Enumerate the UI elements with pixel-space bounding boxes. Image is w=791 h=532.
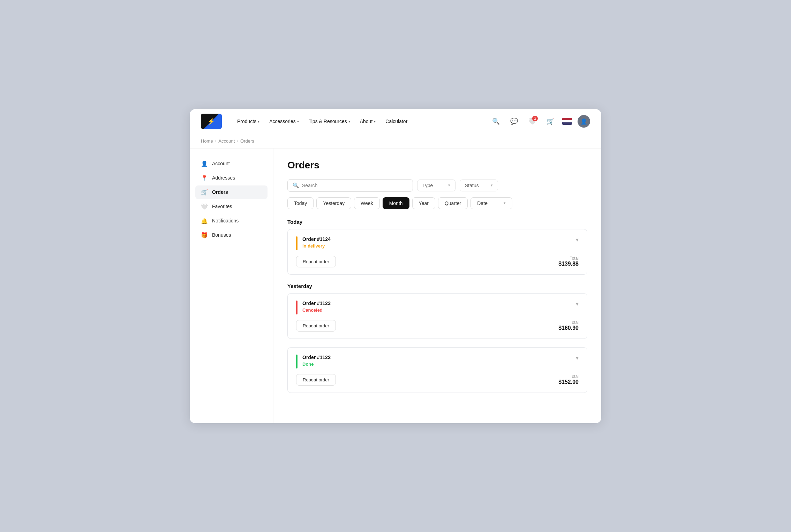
wishlist-badge: 2 <box>532 116 538 121</box>
wishlist-button[interactable]: 🤍 2 <box>526 115 538 128</box>
filters-row: 🔍 Type ▾ Status ▾ <box>287 179 587 192</box>
section-today: Today Order #1124 In delivery ▾ <box>287 219 587 275</box>
order-1122-total: Total $152.00 <box>558 374 579 385</box>
date-btn-month[interactable]: Month <box>383 197 409 209</box>
search-button[interactable]: 🔍 <box>490 115 502 128</box>
page-title: Orders <box>287 160 587 171</box>
nav-actions: 🔍 💬 🤍 2 🛒 👤 <box>490 115 590 128</box>
status-chevron-icon: ▾ <box>491 183 493 188</box>
search-input[interactable] <box>302 183 408 188</box>
nav-item-products[interactable]: Products ▾ <box>233 116 264 127</box>
sidebar-item-notifications[interactable]: 🔔 Notifications <box>195 214 268 228</box>
order-1122-number: Order #1122 <box>302 355 331 360</box>
order-1123-expand-icon[interactable]: ▾ <box>576 301 579 307</box>
order-1124-header: Order #1124 In delivery ▾ <box>296 236 579 250</box>
breadcrumb-account[interactable]: Account <box>218 138 235 144</box>
order-1123-footer: Repeat order Total $160.90 <box>296 320 579 332</box>
bonuses-icon: 🎁 <box>201 232 208 238</box>
type-filter[interactable]: Type ▾ <box>417 180 455 191</box>
date-btn-week[interactable]: Week <box>354 197 380 209</box>
nav-item-accessories[interactable]: Accessories ▾ <box>265 116 303 127</box>
date-select-chevron-icon: ▾ <box>504 201 506 205</box>
sidebar-item-bonuses[interactable]: 🎁 Bonuses <box>195 228 268 242</box>
order-1124-status: In delivery <box>302 243 331 249</box>
date-btn-today[interactable]: Today <box>287 197 314 209</box>
nav-item-calculator[interactable]: Calculator <box>381 116 412 127</box>
sidebar: 👤 Account 📍 Addresses 🛒 Orders 🤍 Favorit… <box>190 149 273 423</box>
addresses-icon: 📍 <box>201 175 208 181</box>
type-chevron-icon: ▾ <box>448 183 450 188</box>
order-1123-total-amount: $160.90 <box>558 325 579 331</box>
section-yesterday-label: Yesterday <box>287 283 587 289</box>
language-flag[interactable] <box>562 118 572 125</box>
nav-item-about[interactable]: About ▾ <box>356 116 380 127</box>
orders-icon: 🛒 <box>201 189 208 196</box>
breadcrumb-home[interactable]: Home <box>201 138 213 144</box>
sidebar-item-orders[interactable]: 🛒 Orders <box>195 185 268 199</box>
order-1123-total-label: Total <box>558 320 579 325</box>
order-1124-expand-icon[interactable]: ▾ <box>576 236 579 243</box>
order-1124-number: Order #1124 <box>302 236 331 242</box>
order-1122-repeat-button[interactable]: Repeat order <box>296 374 336 386</box>
notifications-icon: 🔔 <box>201 218 208 224</box>
search-box[interactable]: 🔍 <box>287 179 413 192</box>
order-1122-total-label: Total <box>558 374 579 379</box>
date-btn-yesterday[interactable]: Yesterday <box>316 197 351 209</box>
section-today-label: Today <box>287 219 587 225</box>
date-filters: Today Yesterday Week Month Year Quarter … <box>287 197 587 209</box>
app-window: ⚡ Products ▾ Accessories ▾ Tips & Resour… <box>190 109 601 423</box>
main-layout: 👤 Account 📍 Addresses 🛒 Orders 🤍 Favorit… <box>190 149 601 423</box>
date-btn-quarter[interactable]: Quarter <box>438 197 468 209</box>
status-filter[interactable]: Status ▾ <box>460 180 498 191</box>
search-icon: 🔍 <box>293 182 299 189</box>
sidebar-item-favorites[interactable]: 🤍 Favorites <box>195 200 268 213</box>
order-1124-total: Total $139.88 <box>558 256 579 267</box>
date-select[interactable]: Date ▾ <box>470 197 512 209</box>
orders-content: Orders 🔍 Type ▾ Status ▾ Today <box>273 149 601 423</box>
order-card-1123: Order #1123 Canceled ▾ Repeat order Tota… <box>287 293 587 339</box>
logo[interactable]: ⚡ <box>201 114 222 129</box>
order-1122-expand-icon[interactable]: ▾ <box>576 355 579 361</box>
order-1123-total: Total $160.90 <box>558 320 579 331</box>
nav-item-tips[interactable]: Tips & Resources ▾ <box>304 116 354 127</box>
sidebar-item-addresses[interactable]: 📍 Addresses <box>195 171 268 185</box>
user-avatar[interactable]: 👤 <box>578 115 590 128</box>
order-card-1122: Order #1122 Done ▾ Repeat order Total $1… <box>287 347 587 393</box>
order-1123-number: Order #1123 <box>302 301 331 306</box>
breadcrumb-sep-2: › <box>237 139 238 143</box>
breadcrumb-current: Orders <box>240 138 254 144</box>
breadcrumb: Home › Account › Orders <box>190 134 601 148</box>
order-1122-status-bar <box>296 355 297 368</box>
accessories-chevron-icon: ▾ <box>297 120 299 123</box>
order-1123-status: Canceled <box>302 307 331 313</box>
breadcrumb-sep-1: › <box>215 139 217 143</box>
date-btn-year[interactable]: Year <box>412 197 435 209</box>
order-1122-header: Order #1122 Done ▾ <box>296 355 579 368</box>
section-yesterday: Yesterday Order #1123 Canceled ▾ <box>287 283 587 393</box>
order-1124-repeat-button[interactable]: Repeat order <box>296 256 336 267</box>
favorites-icon: 🤍 <box>201 203 208 210</box>
order-1123-status-bar <box>296 301 297 314</box>
about-chevron-icon: ▾ <box>374 120 376 123</box>
order-1123-header: Order #1123 Canceled ▾ <box>296 301 579 314</box>
order-1124-total-label: Total <box>558 256 579 261</box>
sidebar-item-account[interactable]: 👤 Account <box>195 157 268 170</box>
order-1123-repeat-button[interactable]: Repeat order <box>296 320 336 332</box>
products-chevron-icon: ▾ <box>258 120 259 123</box>
navbar: ⚡ Products ▾ Accessories ▾ Tips & Resour… <box>190 109 601 134</box>
account-icon: 👤 <box>201 160 208 167</box>
support-button[interactable]: 💬 <box>508 115 520 128</box>
nav-links: Products ▾ Accessories ▾ Tips & Resource… <box>233 116 479 127</box>
order-1124-status-bar <box>296 236 297 250</box>
tips-chevron-icon: ▾ <box>348 120 350 123</box>
order-1122-status: Done <box>302 362 331 367</box>
order-1124-total-amount: $139.88 <box>558 261 579 267</box>
cart-button[interactable]: 🛒 <box>544 115 557 128</box>
order-1122-footer: Repeat order Total $152.00 <box>296 374 579 386</box>
order-1124-footer: Repeat order Total $139.88 <box>296 256 579 267</box>
order-1122-total-amount: $152.00 <box>558 379 579 385</box>
order-card-1124: Order #1124 In delivery ▾ Repeat order T… <box>287 229 587 275</box>
